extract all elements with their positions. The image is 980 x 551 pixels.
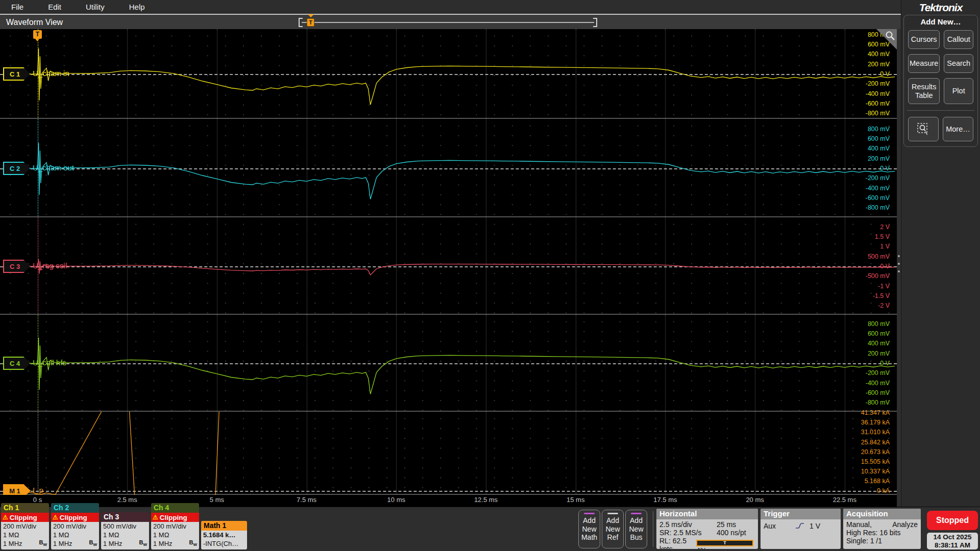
add-new-header: Add New…: [906, 17, 975, 26]
add-new-ref-button[interactable]: AddNewRef: [602, 510, 624, 548]
y-axis-label: 15.505 kA: [828, 458, 890, 466]
acquisition-panel[interactable]: Acquisition Manual, Analyze High Res: 16…: [843, 509, 921, 549]
y-axis-label: 20.673 kA: [828, 448, 890, 456]
y-axis-label: -2 V: [828, 302, 890, 310]
acquisition-single: Single: 1 /1: [846, 537, 918, 545]
y-axis-label: 600 mV: [828, 40, 890, 48]
warning-icon: ⚠︎: [3, 514, 8, 521]
time: 8:38:11 AM: [927, 541, 978, 549]
more-button[interactable]: More…: [943, 117, 973, 141]
tektronix-logo: Tektronix: [901, 2, 980, 14]
channel-setting-row: 500 mV/div: [103, 522, 147, 531]
menu-file[interactable]: File: [11, 3, 23, 11]
trigger-level: 1 V: [810, 522, 820, 530]
y-axis-label: 36.179 kA: [828, 418, 890, 427]
measure-button[interactable]: Measure: [908, 54, 940, 73]
y-axis-label: 600 mV: [828, 135, 890, 143]
trigger-position-value: T4%: [696, 537, 755, 549]
waveform-slice-c4: 800 mV600 mV400 mV200 mV0 V-200 mV-400 m…: [0, 315, 897, 412]
y-axis-label: -200 mV: [828, 369, 890, 377]
bandwidth-limit-badge: BW: [139, 539, 147, 548]
hbar-trigger-marker[interactable]: T: [307, 18, 314, 27]
callout-button[interactable]: Callout: [944, 30, 973, 49]
box-zoom-icon: [917, 122, 930, 136]
waveform-trace-c1: [0, 29, 897, 119]
waveform-plot[interactable]: 800 mV600 mV400 mV200 mV0 V-200 mV-400 m…: [0, 29, 897, 507]
channel-tile-settings: 200 mV/div1 MΩ1 MHzBW: [51, 522, 99, 549]
channel-setting-row: 200 mV/div: [153, 522, 197, 531]
horizontal-panel-title: Horizontal: [656, 509, 758, 519]
math-tile-title: Math 1: [201, 521, 247, 531]
channel-tile-ch3[interactable]: Ch 3500 mV/div1 MΩ1 MHzBW: [101, 512, 149, 549]
channel-setting-row: 200 mV/div: [53, 522, 97, 531]
y-axis-label: 31.010 kA: [828, 428, 890, 436]
channel-tile-ch1[interactable]: Ch 1⚠︎Clipping200 mV/div1 MΩ1 MHzBW: [1, 503, 49, 549]
search-button[interactable]: Search: [944, 54, 973, 73]
channel-tile-ch4[interactable]: Ch 4⚠︎Clipping200 mV/div1 MΩ1 MHzBW: [151, 503, 199, 549]
y-axis-label: 200 mV: [828, 60, 890, 68]
clipping-warning: ⚠︎Clipping: [1, 513, 49, 522]
add-button-line: Ref: [607, 533, 619, 542]
y-axis-label: 0 V: [828, 262, 890, 270]
channel-label-m1[interactable]: I_p: [33, 486, 43, 494]
magnifier-icon: [885, 31, 895, 41]
y-axis-label: 800 mV: [828, 125, 890, 133]
menu-help[interactable]: Help: [129, 3, 145, 11]
y-axis-label: -800 mV: [828, 204, 890, 212]
x-axis-label: 15 ms: [558, 496, 594, 504]
y-axis-label: 400 mV: [828, 144, 890, 153]
record-length: RL: 62.5 kpts: [659, 537, 696, 549]
add-button-line: New: [605, 525, 620, 534]
x-axis-label: 17.5 ms: [647, 496, 683, 504]
waveform-slice-c3: 2 V1.5 V1 V500 mV0 V-500 mV-1 V-1.5 V-2 …: [0, 217, 897, 315]
settings-bar: Ch 1⚠︎Clipping200 mV/div1 MΩ1 MHzBWCh 2⚠…: [0, 507, 980, 551]
acquisition-mode: Manual,: [846, 520, 872, 529]
channel-tile-ch2[interactable]: Ch 2⚠︎Clipping200 mV/div1 MΩ1 MHzBW: [51, 503, 99, 549]
date: 14 Oct 2025: [927, 533, 978, 541]
x-axis-label: 2.5 ms: [109, 496, 145, 504]
y-axis-label: -1 V: [828, 282, 890, 290]
bandwidth-limit-badge: BW: [189, 539, 197, 548]
sample-rate: SR: 2.5 MS/s: [659, 529, 717, 537]
warning-icon: ⚠︎: [53, 514, 58, 521]
menu-edit[interactable]: Edit: [48, 3, 61, 11]
y-axis-label: -400 mV: [828, 90, 890, 98]
horizontal-window: 25 ms: [717, 520, 736, 529]
y-axis-label: 0 V: [828, 359, 890, 367]
trigger-position-flag[interactable]: T: [33, 30, 42, 39]
waveform-slice-c2: 800 mV600 mV400 mV200 mV0 V-200 mV-400 m…: [0, 119, 897, 217]
horizontal-panel[interactable]: Horizontal 2.5 ms/div25 ms SR: 2.5 MS/s4…: [656, 509, 758, 549]
y-axis-label: -600 mV: [828, 194, 890, 202]
y-axis-label: -500 mV: [828, 272, 890, 280]
oscilloscope-app: File Edit Utility Help Waveform View T 8…: [0, 0, 980, 551]
add-button-line: Add: [583, 516, 596, 525]
y-axis-label: 0 V: [828, 70, 890, 78]
add-button-line: Add: [606, 516, 619, 525]
results-table-button[interactable]: Results Table: [908, 78, 940, 104]
sample-interval: 400 ns/pt: [717, 529, 746, 537]
warning-icon: ⚠︎: [153, 514, 158, 521]
horizontal-position-bar[interactable]: T: [299, 17, 597, 28]
run-stop-button[interactable]: Stopped: [927, 511, 978, 530]
y-axis-label: -1.5 V: [828, 292, 890, 300]
add-new-bus-button[interactable]: AddNewBus: [625, 510, 647, 548]
channel-label-c2[interactable]: U_cham out: [33, 163, 74, 172]
plot-button[interactable]: Plot: [944, 78, 973, 104]
math-setting-row: 5.1684 k…: [203, 531, 245, 540]
y-axis-label: 800 mV: [828, 320, 890, 328]
channel-tile-title: Ch 4: [151, 503, 199, 513]
trigger-panel[interactable]: Trigger Aux 1 V: [761, 509, 841, 549]
channel-label-c1[interactable]: U_cham in: [33, 69, 69, 78]
math-tile[interactable]: Math 15.1684 k…-INTG(Ch…: [201, 521, 247, 549]
accent-bar: [584, 513, 595, 514]
panel-splitter-grip[interactable]: [897, 255, 900, 272]
channel-label-c4[interactable]: U_coil hfs: [33, 358, 66, 367]
menu-utility[interactable]: Utility: [86, 3, 105, 11]
box-zoom-button[interactable]: [908, 117, 939, 141]
clipping-label: Clipping: [160, 514, 187, 521]
y-axis-label: 1.5 V: [828, 233, 890, 241]
add-new-math-button[interactable]: AddNewMath: [578, 510, 600, 548]
cursors-button[interactable]: Cursors: [908, 30, 940, 49]
x-axis-label: 0 s: [20, 496, 56, 504]
channel-label-c3[interactable]: U_rog coil: [33, 261, 67, 270]
